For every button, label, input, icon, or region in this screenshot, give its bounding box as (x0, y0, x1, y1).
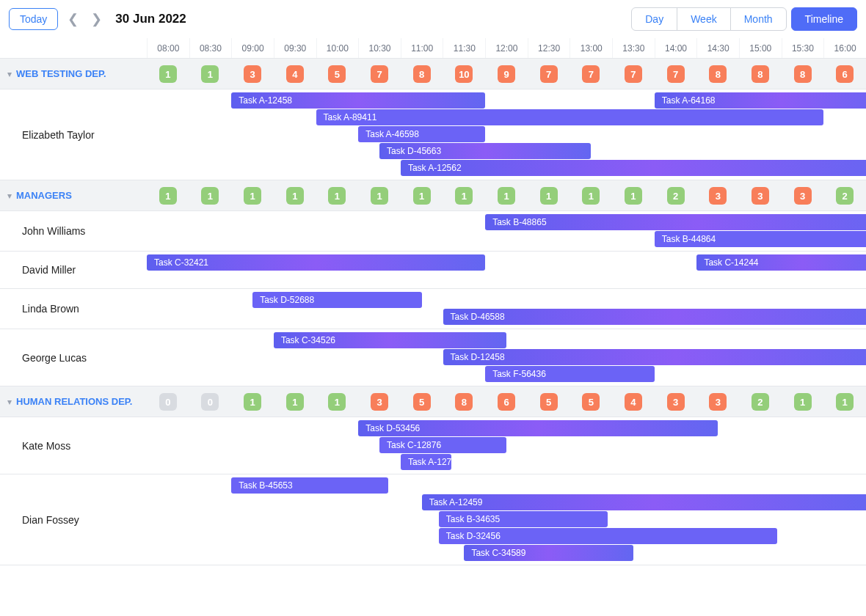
count-badge: 1 (159, 65, 177, 83)
count-badge: 4 (286, 65, 304, 83)
count-badge: 1 (286, 187, 304, 205)
count-badge: 7 (625, 65, 642, 83)
count-badge: 7 (667, 65, 685, 83)
count-badge: 5 (413, 393, 431, 411)
time-slot: 11:00 (401, 38, 443, 58)
task-bar[interactable]: Task A-12458 (231, 92, 485, 109)
time-slot: 15:30 (782, 38, 824, 58)
task-bar[interactable]: Task D-12458 (443, 349, 866, 365)
chevron-down-icon[interactable]: ▾ (7, 191, 12, 201)
prev-arrow-icon[interactable]: ❮ (64, 10, 81, 28)
chevron-down-icon[interactable]: ▾ (7, 69, 12, 79)
count-badge: 1 (244, 393, 261, 411)
count-badge: 8 (709, 65, 727, 83)
time-slot: 13:00 (570, 38, 612, 58)
count-badge: 1 (201, 187, 219, 205)
task-bar[interactable]: Task B-44864 (655, 231, 866, 247)
chevron-down-icon[interactable]: ▾ (7, 397, 12, 407)
group-row: ▾ MANAGERS 11111111111123332 (0, 180, 866, 211)
task-bar[interactable]: Task A-46598 (358, 126, 485, 142)
count-badge: 1 (582, 187, 600, 205)
count-badge: 1 (328, 187, 346, 205)
person-row: Dian Fossey Task B-45653Task A-12459Task… (0, 474, 866, 565)
time-slot: 10:00 (316, 38, 359, 58)
count-badge: 3 (371, 393, 388, 411)
task-bar[interactable]: Task A-12459 (422, 494, 866, 510)
view-tabs: Day Week Month Timeline (631, 7, 857, 31)
count-badge: 0 (201, 393, 219, 411)
count-badge: 8 (794, 65, 812, 83)
time-slot: 09:30 (274, 38, 316, 58)
task-bar[interactable]: Task C-34526 (274, 332, 506, 348)
toolbar: Today ❮ ❯ 30 Jun 2022 Day Week Month Tim… (0, 0, 866, 38)
count-badge: 8 (455, 393, 473, 411)
group-label[interactable]: HUMAN RELATIONS DEP. (16, 396, 132, 407)
count-badge: 1 (159, 187, 177, 205)
count-badge: 2 (836, 187, 854, 205)
count-badge: 3 (752, 187, 769, 205)
count-badge: 3 (709, 187, 727, 205)
count-badge: 1 (836, 393, 854, 411)
task-bar[interactable]: Task C-32421 (147, 254, 485, 271)
time-slot: 15:00 (739, 38, 782, 58)
task-bar[interactable]: Task D-32456 (439, 528, 777, 544)
time-slot: 12:00 (485, 38, 528, 58)
tab-month[interactable]: Month (730, 7, 787, 31)
count-badge: 8 (752, 65, 769, 83)
today-button[interactable]: Today (9, 8, 58, 30)
task-bar[interactable]: Task C-14244 (696, 254, 866, 271)
task-bar[interactable]: Task A-89411 (316, 109, 824, 125)
task-bar[interactable]: Task F-56436 (485, 366, 655, 382)
tab-timeline[interactable]: Timeline (791, 7, 857, 31)
count-badge: 1 (244, 187, 261, 205)
person-name: David Miller (7, 264, 76, 276)
tab-week[interactable]: Week (677, 7, 731, 31)
time-slot: 08:00 (147, 38, 189, 58)
task-bar[interactable]: Task A-64168 (655, 92, 866, 109)
task-bar[interactable]: Task D-45663 (379, 143, 591, 159)
task-bar[interactable]: Task C-34589 (464, 545, 633, 561)
task-bar[interactable]: Task A-12562 (401, 160, 866, 176)
count-badge: 5 (328, 65, 346, 83)
person-row: Kate Moss Task D-53456Task C-12876Task A… (0, 417, 866, 474)
next-arrow-icon[interactable]: ❯ (87, 10, 105, 28)
task-bar[interactable]: Task B-45653 (231, 477, 387, 494)
group-label[interactable]: WEB TESTING DEP. (16, 68, 106, 79)
task-bar[interactable]: Task D-46588 (443, 309, 866, 325)
count-badge: 6 (498, 393, 515, 411)
time-slot: 10:30 (358, 38, 401, 58)
person-row: John Williams Task B-48865Task B-44864 (0, 211, 866, 252)
count-badge: 1 (328, 393, 346, 411)
count-badge: 7 (582, 65, 600, 83)
person-row: Elizabeth Taylor Task A-12458Task A-6416… (0, 89, 866, 180)
count-badge: 1 (498, 187, 515, 205)
timeline-grid: 08:0008:3009:0009:3010:0010:3011:0011:30… (0, 38, 866, 565)
person-row: George Lucas Task C-34526Task D-12458Tas… (0, 329, 866, 386)
count-badge: 3 (667, 393, 685, 411)
time-slot: 11:30 (443, 38, 485, 58)
count-badge: 5 (540, 393, 558, 411)
group-row: ▾ HUMAN RELATIONS DEP. 00111358655433211 (0, 386, 866, 417)
task-bar[interactable]: Task A-127 (401, 454, 451, 470)
person-row: Linda Brown Task D-52688Task D-46588 (0, 289, 866, 329)
time-slot: 09:00 (231, 38, 274, 58)
count-badge: 10 (455, 65, 473, 83)
count-badge: 7 (540, 65, 558, 83)
task-bar[interactable]: Task B-34635 (439, 511, 608, 527)
count-badge: 3 (709, 393, 727, 411)
task-bar[interactable]: Task C-12876 (379, 437, 506, 453)
count-badge: 1 (540, 187, 558, 205)
group-row: ▾ WEB TESTING DEP. 113457810977778886 (0, 59, 866, 89)
person-name: John Williams (7, 225, 85, 237)
time-slot: 14:30 (696, 38, 739, 58)
group-label[interactable]: MANAGERS (16, 190, 72, 201)
time-slot: 08:30 (189, 38, 232, 58)
task-bar[interactable]: Task D-53456 (358, 420, 718, 436)
count-badge: 6 (836, 65, 854, 83)
tab-day[interactable]: Day (631, 7, 677, 31)
task-bar[interactable]: Task D-52688 (252, 292, 422, 308)
task-bar[interactable]: Task B-48865 (485, 214, 866, 230)
count-badge: 1 (455, 187, 473, 205)
count-badge: 1 (413, 187, 431, 205)
count-badge: 5 (582, 393, 600, 411)
